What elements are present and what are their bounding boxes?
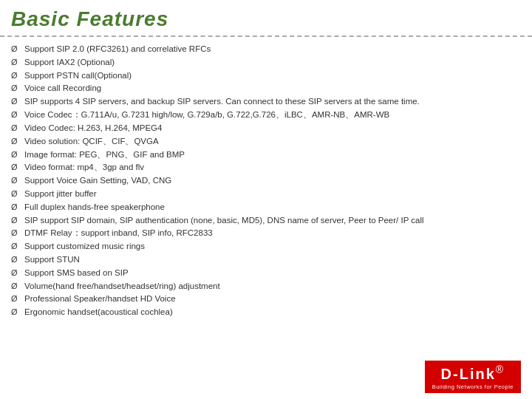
list-item: Voice call Recording	[11, 82, 521, 95]
list-item: Support jitter buffer	[11, 188, 521, 201]
list-item: Video format: mp4、3gp and flv	[11, 161, 521, 174]
divider	[0, 35, 532, 37]
logo-name: D-Link®	[441, 364, 505, 383]
feature-list: Support SIP 2.0 (RFC3261) and correlativ…	[11, 43, 521, 319]
content-area: Support SIP 2.0 (RFC3261) and correlativ…	[0, 41, 532, 356]
list-item: Support customized music rings	[11, 240, 521, 253]
list-item: Support IAX2 (Optional)	[11, 56, 521, 69]
list-item: Video solution: QCIF、CIF、QVGA	[11, 135, 521, 149]
list-item: Ergonomic handset(acoustical cochlea)	[11, 306, 521, 319]
logo-tagline: Building Networks for People	[432, 383, 514, 390]
list-item: Support Voice Gain Setting, VAD, CNG	[11, 174, 521, 188]
list-item: Support SIP 2.0 (RFC3261) and correlativ…	[11, 43, 521, 56]
logo-name-text: D-Link	[441, 366, 496, 382]
list-item: Support PSTN call(Optional)	[11, 69, 521, 83]
list-item: Image format: PEG、PNG、GIF and BMP	[11, 149, 521, 162]
list-item: Professional Speaker/handset HD Voice	[11, 293, 521, 306]
list-item: SIP supports 4 SIP servers, and backup S…	[11, 95, 521, 109]
list-item: SIP support SIP domain, SIP authenticati…	[11, 214, 521, 228]
list-item: Video Codec: H.263, H.264, MPEG4	[11, 122, 521, 135]
page-title: Basic Features	[11, 7, 521, 31]
logo-registered: ®	[496, 364, 505, 375]
list-item: Volume(hand free/handset/headset/ring) a…	[11, 280, 521, 293]
list-item: Full duplex hands-free speakerphone	[11, 201, 521, 214]
list-item: Support STUN	[11, 253, 521, 267]
footer: D-Link® Building Networks for People	[0, 356, 532, 399]
list-item: Voice Codec：G.711A/u, G.7231 high/low, G…	[11, 109, 521, 122]
list-item: DTMF Relay：support inband, SIP info, RFC…	[11, 227, 521, 240]
list-item: Support SMS based on SIP	[11, 267, 521, 280]
dlink-logo: D-Link® Building Networks for People	[425, 361, 521, 393]
page-container: Basic Features Support SIP 2.0 (RFC3261)…	[0, 0, 532, 399]
header: Basic Features	[0, 0, 532, 35]
